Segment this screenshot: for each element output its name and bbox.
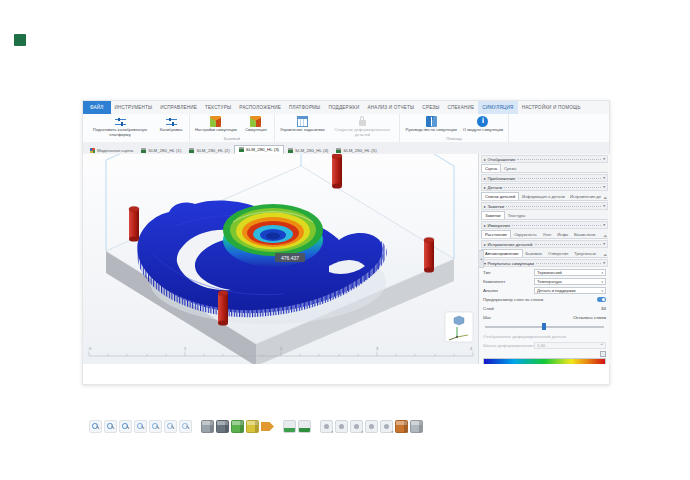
- panel-tab[interactable]: Информация о детали: [519, 193, 567, 200]
- ribbon-tab[interactable]: ИСПРАВЛЕНИЕ: [156, 101, 201, 114]
- layer-slider[interactable]: [485, 326, 604, 328]
- panel-tab[interactable]: Сцена: [481, 164, 501, 172]
- platform-scene-icon[interactable]: [283, 420, 296, 433]
- marking-green-icon[interactable]: [231, 420, 244, 433]
- ribbon-tab[interactable]: ТЕКСТУРЫ: [201, 101, 235, 114]
- layer-slider-handle[interactable]: [542, 323, 546, 330]
- section-parts[interactable]: Детали ▾: [481, 183, 608, 191]
- simulation-button[interactable]: Симуляция: [240, 115, 272, 136]
- chevron-down-icon[interactable]: ▾: [603, 176, 605, 180]
- zoom-fit-icon[interactable]: [89, 420, 102, 433]
- zoom-in-icon[interactable]: [104, 420, 117, 433]
- simulation-guide-button[interactable]: Руководство по симуляции: [402, 115, 459, 136]
- viewport[interactable]: 476.437 0 1 2 3 4: [83, 154, 478, 364]
- chevron-down-icon[interactable]: ▾: [603, 204, 605, 208]
- chevron-down-icon[interactable]: ▾: [603, 242, 605, 246]
- part-rotate-icon[interactable]: [365, 420, 378, 433]
- spinner-arrows-icon[interactable]: ▴▾: [600, 344, 603, 346]
- chevron-down-icon[interactable]: ▾: [603, 223, 605, 227]
- zoom-selection-icon[interactable]: [149, 420, 162, 433]
- chevron-down-icon[interactable]: ▾: [603, 157, 605, 161]
- zoom-window-icon[interactable]: [134, 420, 147, 433]
- job-management-button[interactable]: Управление заданиями: [277, 115, 328, 137]
- zoom-out-icon[interactable]: [119, 420, 132, 433]
- ribbon-tab[interactable]: ПЛАТФОРМЫ: [285, 101, 324, 114]
- panel-collapse-handle[interactable]: ◂: [479, 250, 484, 268]
- section-zoom[interactable]: Приближение ▾: [481, 174, 608, 182]
- ribbon-tab[interactable]: ПОДДЕРЖКИ: [324, 101, 363, 114]
- section-display[interactable]: Отображение ▾: [481, 155, 608, 163]
- tag-icon[interactable]: [261, 420, 274, 433]
- deformation-scale-input[interactable]: 1,00 ▴▾: [534, 342, 606, 349]
- scene-tab[interactable]: SLM_280_HL (4): [284, 147, 332, 154]
- scene-tab[interactable]: SLM_280_HL (5): [332, 147, 380, 154]
- layer-value[interactable]: 34: [601, 306, 606, 311]
- section-fix[interactable]: Исправление деталей ▾: [481, 240, 608, 248]
- marking-yellow-icon[interactable]: [246, 420, 259, 433]
- orientation-triad[interactable]: [445, 312, 473, 342]
- toolbar-gap[interactable]: [194, 420, 199, 433]
- section-measurements[interactable]: Измерения ▾: [481, 221, 608, 229]
- panel-tab[interactable]: Расстояние: [481, 230, 511, 238]
- about-simulation-button[interactable]: О модуле симуляции: [460, 115, 506, 136]
- tab-scroll-arrows[interactable]: ◂▸: [604, 196, 608, 200]
- scene-tab[interactable]: SLM_280_HL (2): [185, 147, 233, 154]
- section-title: Отображение: [487, 157, 515, 162]
- type-select[interactable]: Термический ▾: [534, 269, 606, 276]
- create-deformed-parts-button[interactable]: Создание деформированных деталей: [327, 115, 397, 137]
- ribbon-tab[interactable]: СРЕЗЫ: [418, 101, 443, 114]
- type-value: Термический: [537, 270, 562, 275]
- ribbon-tab[interactable]: СИМУЛЯЦИЯ: [478, 101, 517, 114]
- view-cube-icon[interactable]: [201, 420, 214, 433]
- panel-tab[interactable]: Отверстия: [545, 250, 571, 257]
- part-scale-icon[interactable]: [380, 420, 393, 433]
- supports-preview-icon[interactable]: [298, 420, 311, 433]
- toolbar-gap[interactable]: [276, 420, 281, 433]
- panel-tab[interactable]: Список деталей: [481, 192, 519, 200]
- prepare-calibration-platform-button[interactable]: Подготовить калибровочную платформу: [85, 115, 155, 137]
- panel-tab[interactable]: Заметки: [481, 211, 505, 219]
- simulation-settings-button[interactable]: Настройки симуляции: [192, 115, 240, 136]
- ribbon-tab[interactable]: НАСТРОЙКИ И ПОМОЩЬ: [518, 101, 585, 114]
- section-notes[interactable]: Заметки ▾: [481, 202, 608, 210]
- ribbon-tab[interactable]: РАСПОЛОЖЕНИЕ: [235, 101, 285, 114]
- toolbar-gap[interactable]: [313, 420, 318, 433]
- panel-tab[interactable]: Вычислени: [571, 231, 598, 238]
- tab-scroll-arrows[interactable]: ◂▸: [604, 253, 608, 257]
- calibration-button[interactable]: Калибровка: [155, 115, 187, 137]
- compensation-icon[interactable]: [410, 420, 423, 433]
- scene-tab[interactable]: SLM_280_HL (3): [234, 145, 284, 154]
- part-translate-icon[interactable]: [350, 420, 363, 433]
- render-mode-icon[interactable]: [216, 420, 229, 433]
- panel-tab[interactable]: Текстуры: [505, 212, 529, 219]
- ribbon-tab[interactable]: АНАЛИЗ И ОТЧЕТЫ: [363, 101, 418, 114]
- panel-tab[interactable]: Срезы: [501, 165, 519, 172]
- panel-tab[interactable]: Автоисправление: [481, 249, 523, 257]
- slice-preview-icon[interactable]: [395, 420, 408, 433]
- layer-preview-toggle[interactable]: [597, 297, 606, 302]
- section-simulation-results[interactable]: Результаты симуляции ▾: [481, 259, 608, 267]
- panel-tab[interactable]: Инфо: [554, 231, 571, 238]
- panel-tab[interactable]: Угол: [540, 231, 554, 238]
- ribbon-tab[interactable]: ФАЙЛ: [83, 101, 111, 114]
- chevron-down-icon[interactable]: ▾: [603, 185, 605, 189]
- panel-tab[interactable]: Базовые: [523, 250, 545, 257]
- analysis-select[interactable]: Деталь и поддержки ▾: [534, 287, 606, 294]
- ribbon-tab[interactable]: СПЕКАНИЕ: [444, 101, 479, 114]
- chevron-down-icon[interactable]: ▾: [603, 261, 605, 265]
- legend-options-icon[interactable]: [600, 351, 606, 357]
- panel-tab[interactable]: Исправление де: [567, 193, 604, 200]
- component-select[interactable]: Температура ▾: [534, 278, 606, 285]
- ribbon-tab-bar: ФАЙЛ ИНСТРУМЕНТЫ ИСПРАВЛЕНИЕ ТЕКСТУРЫ РА…: [83, 101, 609, 114]
- rotate-view-icon[interactable]: [179, 420, 192, 433]
- scene-tab[interactable]: SLM_280_HL (1): [137, 147, 185, 154]
- scene-tab[interactable]: Модельная сцена: [86, 147, 137, 154]
- ribbon-tab[interactable]: ИНСТРУМЕНТЫ: [111, 101, 157, 114]
- pan-icon[interactable]: [164, 420, 177, 433]
- viewport-canvas[interactable]: 476.437 0 1 2 3 4: [83, 154, 478, 364]
- part-orientation-icon[interactable]: [335, 420, 348, 433]
- panel-tab[interactable]: Окружность: [511, 231, 540, 238]
- tab-scroll-arrows[interactable]: ◂▸: [604, 234, 608, 238]
- panel-tab[interactable]: Треугольни: [571, 250, 598, 257]
- part-list-icon[interactable]: [320, 420, 333, 433]
